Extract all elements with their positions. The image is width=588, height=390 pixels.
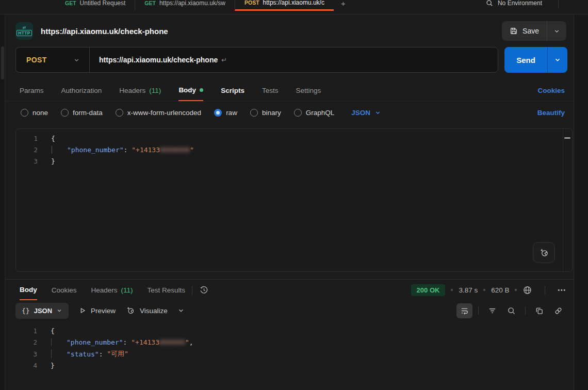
save-button-group: Save bbox=[502, 21, 566, 41]
tab-headers[interactable]: Headers (11) bbox=[119, 80, 161, 101]
line-number: 4 bbox=[15, 362, 37, 369]
radio-form-data[interactable]: form-data bbox=[61, 109, 103, 117]
more-options-button[interactable]: ••• bbox=[558, 287, 566, 293]
response-section: Body Cookies Headers (11) Test Results 2… bbox=[0, 279, 588, 371]
code-line: 1 { bbox=[15, 325, 588, 337]
tab-body[interactable]: Body bbox=[178, 80, 203, 101]
chevron-down-icon bbox=[553, 28, 560, 35]
editor-scrollbar-thumb[interactable] bbox=[564, 137, 570, 139]
wrap-text-icon bbox=[460, 306, 469, 315]
globe-network-icon[interactable] bbox=[522, 285, 532, 295]
wrap-text-button[interactable] bbox=[456, 303, 472, 318]
url-input[interactable]: https://api.xiaomu.uk/check-phone↵ bbox=[90, 56, 227, 64]
code-line: 2 "phone_number": "+14133000000", bbox=[15, 337, 588, 349]
history-button[interactable] bbox=[199, 285, 209, 295]
radio-raw[interactable]: raw bbox=[214, 109, 237, 117]
dot-separator bbox=[451, 289, 453, 291]
cookies-link[interactable]: Cookies bbox=[537, 87, 565, 94]
save-button[interactable]: Save bbox=[502, 21, 547, 41]
new-tab-button[interactable]: + bbox=[334, 0, 353, 11]
radio-x-www-form-urlencoded[interactable]: x-www-form-urlencoded bbox=[116, 109, 201, 117]
code-line: 4 } bbox=[15, 360, 588, 372]
status-badge[interactable]: 200 OK bbox=[411, 284, 446, 296]
line-number: 2 bbox=[16, 146, 38, 154]
request-tab-2[interactable]: GET https://api.xiaomu.uk/sw bbox=[135, 0, 235, 11]
filter-button[interactable] bbox=[484, 303, 500, 318]
postbot-ai-button[interactable] bbox=[533, 242, 555, 263]
search-icon[interactable] bbox=[486, 0, 493, 7]
response-toolbar: {} JSON Preview Visualize bbox=[0, 300, 588, 321]
right-panel-edge bbox=[574, 14, 588, 390]
tab-scripts[interactable]: Scripts bbox=[221, 80, 244, 101]
collapse-toolbar-button[interactable] bbox=[177, 307, 185, 314]
send-button[interactable]: Send bbox=[504, 47, 547, 73]
postbot-sparkle-icon bbox=[538, 247, 550, 258]
response-tab-body[interactable]: Body bbox=[20, 280, 37, 300]
redacted-digits: 0000000 bbox=[160, 146, 190, 154]
visualize-sparkle-icon bbox=[125, 305, 136, 316]
link-response-button[interactable] bbox=[550, 303, 566, 318]
request-tab-untitled[interactable]: GET Untitled Request bbox=[56, 0, 135, 11]
save-label: Save bbox=[522, 27, 539, 35]
response-size[interactable]: 620 B bbox=[491, 286, 509, 294]
response-tab-cookies[interactable]: Cookies bbox=[52, 280, 77, 300]
code-line: 3 "status": "可用" bbox=[15, 348, 588, 360]
response-time[interactable]: 3.87 s bbox=[459, 286, 478, 294]
response-tab-test-results[interactable]: Test Results bbox=[148, 280, 186, 300]
request-tab-active[interactable]: POST https://api.xiaomu.uk/c bbox=[235, 0, 334, 11]
send-options-button[interactable] bbox=[548, 47, 567, 73]
tab-params[interactable]: Params bbox=[20, 80, 44, 101]
json-key: "phone_number" bbox=[67, 146, 124, 154]
chevron-down-icon bbox=[177, 307, 185, 314]
json-key: "status" bbox=[67, 350, 99, 358]
http-request-icon: ⇄ HTTP bbox=[15, 22, 33, 40]
request-tab-label: https://api.xiaomu.uk/c bbox=[263, 0, 324, 6]
environment-selector[interactable]: No Environment bbox=[498, 0, 542, 7]
radio-circle bbox=[250, 109, 258, 117]
request-tab-label: https://api.xiaomu.uk/sw bbox=[159, 0, 225, 7]
method-badge-get: GET bbox=[65, 0, 76, 6]
radio-graphql[interactable]: GraphQL bbox=[294, 109, 335, 117]
response-tab-headers[interactable]: Headers (11) bbox=[91, 280, 133, 300]
response-format-dropdown[interactable]: {} JSON bbox=[15, 303, 69, 319]
dot-separator bbox=[515, 289, 517, 291]
radio-circle bbox=[294, 109, 302, 117]
divider bbox=[558, 0, 559, 8]
request-header: ⇄ HTTP https://api.xiaomu.uk/check-phone… bbox=[0, 14, 588, 46]
code-line: 2 "phone_number": "+141330000000" bbox=[16, 144, 572, 155]
raw-format-dropdown[interactable]: JSON bbox=[351, 109, 381, 117]
response-body-viewer[interactable]: 1 { 2 "phone_number": "+14133000000", 3 … bbox=[0, 321, 588, 371]
save-options-button[interactable] bbox=[547, 21, 566, 41]
chevron-down-icon bbox=[73, 57, 80, 63]
braces-icon: {} bbox=[22, 307, 30, 315]
divider bbox=[525, 306, 526, 315]
json-value: "+14133 bbox=[132, 146, 160, 154]
url-bar: POST https://api.xiaomu.uk/check-phone↵ bbox=[15, 47, 498, 73]
beautify-link[interactable]: Beautify bbox=[537, 109, 565, 117]
radio-circle bbox=[116, 109, 123, 117]
search-response-button[interactable] bbox=[503, 303, 519, 318]
radio-circle bbox=[21, 109, 28, 117]
left-sidebar-edge bbox=[0, 14, 5, 390]
tab-authorization[interactable]: Authorization bbox=[61, 80, 102, 101]
response-headers-count: (11) bbox=[121, 286, 133, 294]
method-dropdown[interactable]: POST bbox=[16, 56, 89, 64]
radio-none[interactable]: none bbox=[21, 109, 48, 117]
tab-settings[interactable]: Settings bbox=[296, 80, 321, 101]
editor-scroll-track bbox=[563, 129, 563, 271]
visualize-button[interactable]: Visualize bbox=[125, 305, 168, 316]
chevron-down-icon bbox=[554, 56, 561, 63]
radio-binary[interactable]: binary bbox=[250, 109, 281, 117]
line-number: 3 bbox=[15, 350, 37, 358]
request-body-editor[interactable]: 1 { 2 "phone_number": "+141330000000" 3 … bbox=[15, 128, 573, 272]
indent-guide bbox=[51, 349, 52, 359]
copy-response-button[interactable] bbox=[531, 303, 547, 318]
request-tab-label: Untitled Request bbox=[80, 0, 126, 7]
left-sidebar-handle[interactable] bbox=[1, 46, 4, 79]
preview-button[interactable]: Preview bbox=[78, 306, 116, 315]
divider bbox=[192, 286, 192, 295]
tab-tests[interactable]: Tests bbox=[262, 80, 279, 101]
search-icon bbox=[507, 306, 516, 315]
request-title: https://api.xiaomu.uk/check-phone bbox=[41, 27, 168, 36]
indent-guide bbox=[51, 338, 52, 346]
